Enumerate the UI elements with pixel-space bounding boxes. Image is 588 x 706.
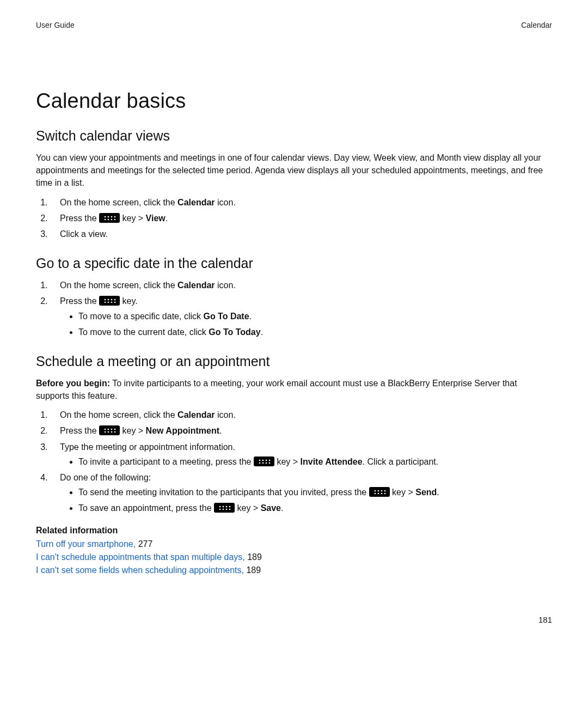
section-heading-schedule: Schedule a meeting or an appointment [36, 354, 552, 369]
menu-key-icon [369, 487, 390, 497]
goto-date-steps: On the home screen, click the Calendar i… [36, 279, 552, 338]
text: Type the meeting or appointment informat… [60, 442, 235, 452]
text: . [261, 327, 263, 337]
list-item: To move to the current date, click Go To… [78, 326, 552, 338]
list-item: To move to a specific date, click Go To … [78, 310, 552, 322]
related-link[interactable]: Turn off your smartphone, [36, 539, 136, 549]
list-item: On the home screen, click the Calendar i… [50, 409, 552, 421]
menu-key-icon [214, 503, 235, 513]
text: Press the [60, 214, 99, 223]
text: On the home screen, click the [60, 198, 177, 207]
text: . [249, 312, 252, 321]
list-item: Do one of the following: To send the mee… [50, 471, 552, 515]
text-bold: View [146, 214, 166, 223]
text-bold: Before you begin: [36, 379, 110, 388]
text: . [281, 503, 283, 513]
schedule-step4-sub: To send the meeting invitation to the pa… [60, 486, 552, 514]
text: key > [120, 214, 146, 223]
text: To move to the current date, click [78, 327, 209, 337]
related-link-line: I can't schedule appointments that span … [36, 551, 552, 564]
text: . [437, 488, 439, 497]
text-bold: Calendar [177, 198, 215, 207]
related-page-number: 189 [247, 552, 262, 562]
goto-date-substeps: To move to a specific date, click Go To … [60, 310, 552, 338]
text-bold: Calendar [177, 410, 215, 419]
section-heading-switch-views: Switch calendar views [36, 128, 552, 144]
menu-key-icon [99, 213, 120, 223]
switch-views-steps: On the home screen, click the Calendar i… [36, 196, 552, 241]
text: icon. [215, 198, 236, 207]
text-bold: Invite Attendee [301, 457, 363, 466]
text: To save an appointment, press the [78, 503, 214, 513]
text-bold: New Appointment [146, 426, 219, 435]
text-bold: Go To Date [203, 312, 249, 321]
page-header: User Guide Calendar [36, 21, 552, 29]
text-bold: Send [415, 488, 437, 497]
text: To invite a participant to a meeting, pr… [78, 457, 254, 466]
section-heading-goto-date: Go to a specific date in the calendar [36, 255, 552, 271]
menu-key-icon [99, 296, 120, 306]
list-item: Press the key > View. [50, 212, 552, 224]
related-link[interactable]: I can't schedule appointments that span … [36, 552, 245, 562]
text: . Click a participant. [363, 457, 439, 466]
switch-views-intro: You can view your appointments and meeti… [36, 151, 552, 190]
text: key. [120, 296, 138, 306]
page: User Guide Calendar Calendar basics Swit… [0, 0, 588, 706]
list-item: Click a view. [50, 228, 552, 240]
schedule-steps: On the home screen, click the Calendar i… [36, 409, 552, 514]
menu-key-icon [99, 425, 120, 435]
text: Press the [60, 426, 99, 435]
text: . [166, 214, 168, 223]
text: To move to a specific date, click [78, 312, 203, 321]
list-item: On the home screen, click the Calendar i… [50, 196, 552, 209]
related-link[interactable]: I can't set some fields when scheduling … [36, 565, 244, 575]
text: Press the [60, 296, 99, 306]
text: key > [390, 488, 416, 497]
header-right: Calendar [521, 21, 552, 29]
text: Do one of the following: [60, 473, 151, 482]
text: On the home screen, click the [60, 410, 177, 419]
header-left: User Guide [36, 21, 75, 29]
schedule-step3-sub: To invite a participant to a meeting, pr… [60, 455, 552, 468]
text-bold: Calendar [177, 281, 215, 290]
list-item: Press the key. To move to a specific dat… [50, 295, 552, 338]
page-number: 181 [538, 615, 552, 624]
list-item: Type the meeting or appointment informat… [50, 441, 552, 468]
related-page-number: 189 [246, 565, 261, 575]
text: key > [274, 457, 301, 466]
page-title: Calendar basics [36, 89, 552, 113]
list-item: To save an appointment, press the key > … [78, 502, 552, 514]
menu-key-icon [254, 457, 274, 466]
related-link-line: Turn off your smartphone, 277 [36, 538, 552, 551]
text: icon. [215, 281, 236, 290]
related-link-line: I can't set some fields when scheduling … [36, 564, 552, 577]
list-item: To invite a participant to a meeting, pr… [78, 455, 552, 468]
text: key > [120, 426, 146, 435]
text-bold: Save [261, 503, 281, 513]
text-bold: Go To Today [209, 327, 260, 337]
related-information-heading: Related information [36, 526, 552, 535]
text: To send the meeting invitation to the pa… [78, 488, 369, 497]
text: On the home screen, click the [60, 281, 177, 290]
schedule-before: Before you begin: To invite participants… [36, 377, 552, 402]
text: icon. [215, 410, 236, 419]
text: key > [235, 503, 261, 513]
list-item: On the home screen, click the Calendar i… [50, 279, 552, 291]
list-item: To send the meeting invitation to the pa… [78, 486, 552, 498]
list-item: Press the key > New Appointment. [50, 424, 552, 437]
related-page-number: 277 [138, 539, 153, 549]
text: . [219, 426, 222, 435]
